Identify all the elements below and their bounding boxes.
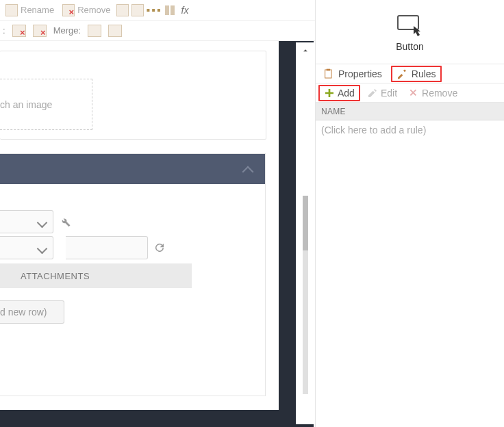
scroll-up-button[interactable] bbox=[296, 42, 315, 59]
svg-rect-1 bbox=[325, 70, 331, 78]
merge-icon-b[interactable] bbox=[108, 25, 122, 37]
add-rule-button[interactable]: Add bbox=[318, 85, 360, 101]
field-row-1 bbox=[0, 209, 265, 235]
rename-button[interactable]: Rename bbox=[3, 3, 57, 18]
toolbar2-colon: : bbox=[3, 25, 5, 36]
tab-attachments[interactable]: ATTACHMENTS bbox=[0, 263, 192, 288]
field-row-2 bbox=[0, 235, 265, 261]
image-attach-box[interactable]: ch an image bbox=[0, 79, 92, 130]
merge-icon-a[interactable] bbox=[88, 25, 101, 37]
add-rule-label: Add bbox=[338, 88, 355, 99]
edit-rule-button[interactable]: Edit bbox=[363, 86, 401, 100]
tab-rules-label: Rules bbox=[412, 68, 436, 79]
button-type-icon bbox=[396, 12, 425, 38]
chevron-down-icon bbox=[38, 244, 47, 253]
tab-properties-label: Properties bbox=[338, 68, 382, 79]
lower-form-panel: ATTACHMENTS d new row) Save Delete Cance… bbox=[0, 153, 266, 396]
rules-placeholder: (Click here to add a rule) bbox=[321, 125, 426, 135]
toolbar-icon-2[interactable] bbox=[131, 4, 144, 16]
rules-name-col: NAME bbox=[321, 107, 346, 116]
svg-rect-2 bbox=[327, 68, 330, 70]
rules-icon bbox=[396, 68, 407, 79]
scroll-thumb[interactable] bbox=[303, 196, 308, 250]
tab-attachments-label: ATTACHMENTS bbox=[21, 271, 90, 281]
toolbar-columns-icon[interactable] bbox=[165, 5, 175, 15]
settings-wrench-icon[interactable] bbox=[59, 216, 71, 228]
toolbar-more-icon[interactable]: ▪▪▪ bbox=[147, 4, 162, 16]
form-canvas: ch an image ATTACHMENTS bbox=[0, 41, 314, 427]
tab-properties[interactable]: Properties bbox=[318, 66, 387, 81]
properties-icon bbox=[323, 68, 334, 79]
tabs-row: ATTACHMENTS bbox=[0, 263, 265, 288]
add-row-label: d new row) bbox=[0, 307, 47, 318]
panel-collapse-header[interactable] bbox=[0, 154, 265, 184]
panel-header: Button bbox=[316, 0, 504, 64]
rename-icon bbox=[5, 4, 18, 16]
merge-label: Merge: bbox=[53, 25, 81, 36]
chevron-down-icon bbox=[38, 218, 47, 227]
add-row-button[interactable]: d new row) bbox=[0, 300, 64, 324]
fx-button[interactable]: fx bbox=[181, 5, 189, 16]
panel-tabs: Properties Rules bbox=[316, 64, 504, 83]
rename-label: Rename bbox=[21, 5, 54, 15]
panel-title: Button bbox=[396, 41, 423, 52]
dropdown-field-2[interactable] bbox=[0, 236, 53, 259]
tab-rules[interactable]: Rules bbox=[391, 66, 442, 82]
toolbar-icon-1[interactable] bbox=[116, 4, 129, 16]
properties-panel: Button Properties Rules Add Edit bbox=[315, 0, 504, 427]
upper-form-panel: ch an image bbox=[0, 51, 266, 140]
remove-button[interactable]: Remove bbox=[60, 3, 113, 18]
remove-rule-button[interactable]: Remove bbox=[404, 86, 462, 100]
plus-icon bbox=[324, 88, 335, 99]
scroll-track[interactable] bbox=[303, 196, 308, 394]
toolbar2-icon-a[interactable] bbox=[12, 25, 26, 37]
remove-icon bbox=[62, 4, 75, 16]
image-hint-text: ch an image bbox=[0, 99, 52, 110]
refresh-icon[interactable] bbox=[153, 242, 166, 254]
rules-list[interactable]: (Click here to add a rule) bbox=[316, 120, 504, 140]
remove-rule-label: Remove bbox=[422, 88, 457, 99]
x-icon bbox=[408, 88, 419, 99]
fields-area: ATTACHMENTS d new row) bbox=[0, 184, 265, 324]
edit-rule-label: Edit bbox=[381, 88, 397, 99]
dropdown-field-1[interactable] bbox=[0, 210, 53, 233]
toolbar2-icon-b[interactable] bbox=[33, 25, 47, 37]
rules-actions: Add Edit Remove bbox=[316, 83, 504, 103]
pencil-icon bbox=[367, 88, 378, 99]
remove-label: Remove bbox=[77, 5, 110, 15]
rules-name-header: NAME bbox=[316, 103, 504, 120]
vertical-scrollbar bbox=[296, 42, 315, 424]
canvas-dark-bg-bottom bbox=[0, 410, 279, 427]
chevron-up-icon bbox=[242, 164, 254, 176]
text-field-2b[interactable] bbox=[66, 236, 148, 259]
